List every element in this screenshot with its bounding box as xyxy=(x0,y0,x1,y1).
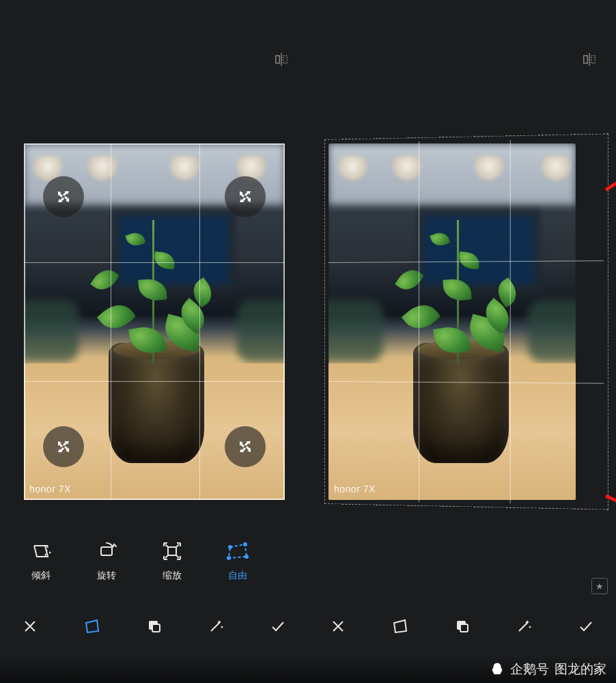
perspective-handle-bottom-right[interactable] xyxy=(225,426,266,467)
layers-button[interactable] xyxy=(447,611,477,641)
transform-bounding-box[interactable] xyxy=(324,133,608,510)
tool-free-label: 自由 xyxy=(228,570,247,582)
cancel-button[interactable] xyxy=(15,611,45,641)
mirror-icon[interactable] xyxy=(582,52,597,70)
skew-icon xyxy=(29,540,53,563)
svg-point-4 xyxy=(229,546,232,548)
tool-free[interactable]: 自由 xyxy=(205,540,270,596)
magic-button[interactable] xyxy=(201,611,231,641)
crop-mode-button[interactable] xyxy=(77,611,107,641)
svg-rect-9 xyxy=(152,624,160,632)
source-label: 企鹅号 xyxy=(510,660,549,678)
svg-rect-15 xyxy=(460,624,468,632)
transform-tools-row: 倾斜 旋转 缩放 自由 xyxy=(0,540,308,596)
perspective-handle-bottom-left[interactable] xyxy=(43,426,84,467)
crop-canvas[interactable]: honor 7X xyxy=(24,143,285,500)
penguin-icon xyxy=(490,662,505,677)
scale-icon xyxy=(160,540,184,563)
svg-point-5 xyxy=(244,543,247,546)
svg-rect-1 xyxy=(283,56,288,64)
free-transform-icon xyxy=(226,540,249,563)
confirm-button[interactable] xyxy=(571,611,601,641)
perspective-handle-top-left[interactable] xyxy=(43,176,84,217)
tool-skew-label: 倾斜 xyxy=(31,570,51,582)
tool-scale-label: 缩放 xyxy=(163,570,182,582)
svg-point-6 xyxy=(245,555,248,558)
bottom-action-bar xyxy=(308,602,616,650)
bottom-action-bar xyxy=(0,602,308,650)
svg-rect-2 xyxy=(101,547,112,555)
crop-canvas[interactable]: honor 7X xyxy=(328,143,596,500)
rotate-icon xyxy=(95,540,118,563)
tool-scale[interactable]: 缩放 xyxy=(139,540,205,596)
tool-skew[interactable]: 倾斜 xyxy=(8,540,74,596)
svg-point-7 xyxy=(227,557,230,559)
mirror-icon[interactable] xyxy=(274,52,289,70)
svg-rect-11 xyxy=(591,56,596,64)
author-label: 图龙的家 xyxy=(555,660,606,678)
layers-button[interactable] xyxy=(139,611,169,641)
cancel-button[interactable] xyxy=(323,611,353,641)
perspective-handle-top-right[interactable] xyxy=(225,176,266,217)
svg-rect-10 xyxy=(584,56,588,64)
svg-line-13 xyxy=(606,496,616,531)
editor-screen-left: honor 7X 倾斜 xyxy=(0,0,308,656)
magic-button[interactable] xyxy=(509,611,539,641)
editor-screen-right: honor 7X ★ xyxy=(308,0,616,656)
tool-rotate-label: 旋转 xyxy=(97,570,116,582)
favorite-button[interactable]: ★ xyxy=(591,578,608,594)
source-watermark: 企鹅号 图龙的家 xyxy=(0,656,616,683)
crop-mode-button[interactable] xyxy=(385,611,415,641)
svg-rect-0 xyxy=(276,56,280,64)
svg-line-12 xyxy=(606,148,616,190)
confirm-button[interactable] xyxy=(263,611,293,641)
tool-rotate[interactable]: 旋转 xyxy=(74,540,139,596)
svg-rect-3 xyxy=(168,547,176,555)
